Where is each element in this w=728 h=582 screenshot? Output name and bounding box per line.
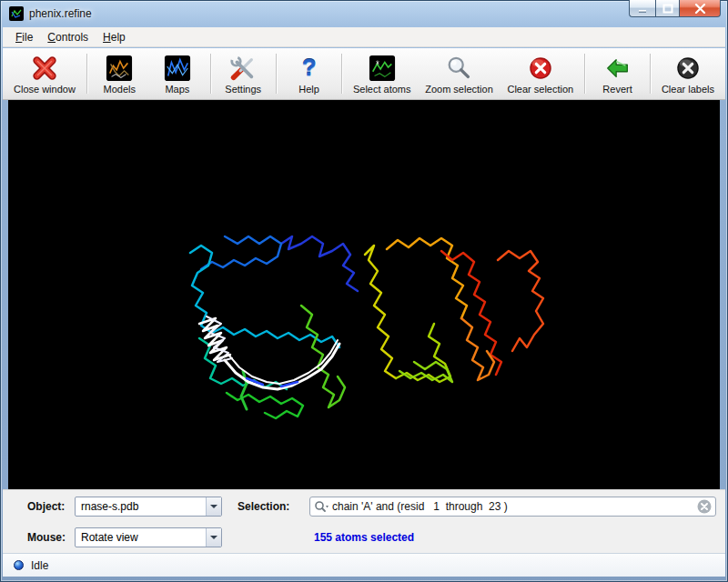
maps-icon xyxy=(164,54,191,83)
selection-label: Selection: xyxy=(238,500,289,513)
selection-input[interactable]: chain 'A' and (resid 1 through 23 ) xyxy=(309,497,716,517)
window-title: phenix.refine xyxy=(29,7,92,20)
toolbar-label: Maps xyxy=(165,84,189,95)
revert-icon xyxy=(604,54,632,83)
title-bar[interactable]: phenix.refine xyxy=(0,0,728,27)
window-controls xyxy=(629,0,721,17)
maximize-icon xyxy=(662,4,673,14)
toolbar-maps-button[interactable]: Maps xyxy=(152,52,203,96)
minimize-button[interactable] xyxy=(629,0,655,17)
toolbar-revert-button[interactable]: Revert xyxy=(592,52,643,96)
atoms-selected-text: 155 atoms selected xyxy=(314,531,414,544)
object-dropdown-arrow-icon[interactable] xyxy=(206,497,221,516)
maximize-button[interactable] xyxy=(655,0,680,17)
toolbar-separator xyxy=(276,54,277,94)
minimize-icon xyxy=(637,4,648,13)
toolbar-separator xyxy=(650,54,651,94)
toolbar-label: Zoom selection xyxy=(425,84,493,95)
toolbar-label: Settings xyxy=(225,84,261,95)
menu-help[interactable]: Help xyxy=(96,28,133,46)
toolbar: Close window Models Maps Settings ? xyxy=(3,48,725,100)
menu-bar: File Controls Help xyxy=(3,27,725,47)
toolbar-close-window-button[interactable]: Close window xyxy=(10,52,79,96)
toolbar-label: Clear labels xyxy=(662,84,714,95)
mouse-label: Mouse: xyxy=(27,531,66,544)
models-icon xyxy=(106,54,133,83)
toolbar-models-button[interactable]: Models xyxy=(94,52,145,96)
object-dropdown-value: rnase-s.pdb xyxy=(76,500,206,513)
toolbar-select-atoms-button[interactable]: Select atoms xyxy=(349,52,415,96)
toolbar-label: Clear selection xyxy=(507,84,573,95)
toolbar-label: Models xyxy=(103,84,135,95)
mouse-dropdown-value: Rotate view xyxy=(76,531,206,544)
toolbar-label: Revert xyxy=(602,84,632,95)
close-button[interactable] xyxy=(680,0,721,17)
toolbar-clear-selection-button[interactable]: Clear selection xyxy=(503,52,577,96)
toolbar-separator xyxy=(341,54,342,94)
molecule-viewport[interactable] xyxy=(8,100,720,489)
toolbar-clear-labels-button[interactable]: Clear labels xyxy=(658,52,718,96)
toolbar-help-button[interactable]: ? Help xyxy=(284,52,335,96)
close-icon xyxy=(694,4,706,14)
object-label: Object: xyxy=(27,500,65,513)
toolbar-settings-button[interactable]: Settings xyxy=(217,52,268,96)
help-icon: ? xyxy=(302,54,317,83)
toolbar-separator xyxy=(86,54,87,94)
toolbar-label: Close window xyxy=(14,84,76,95)
settings-icon xyxy=(229,54,257,83)
clear-field-icon[interactable] xyxy=(697,499,712,514)
select-atoms-icon xyxy=(369,54,396,83)
controls-panel: Object: rnase-s.pdb Selection: chain 'A'… xyxy=(3,489,725,553)
status-bar: Idle xyxy=(3,553,725,577)
zoom-selection-icon xyxy=(445,54,472,83)
menu-file[interactable]: File xyxy=(8,28,40,46)
clear-labels-icon xyxy=(674,54,702,83)
mouse-dropdown[interactable]: Rotate view xyxy=(75,527,222,547)
selection-value[interactable]: chain 'A' and (resid 1 through 23 ) xyxy=(332,500,693,513)
toolbar-label: Select atoms xyxy=(353,84,411,95)
toolbar-separator xyxy=(584,54,585,94)
menu-controls[interactable]: Controls xyxy=(40,28,96,46)
mouse-dropdown-arrow-icon[interactable] xyxy=(206,528,221,547)
object-dropdown[interactable]: rnase-s.pdb xyxy=(75,497,222,517)
toolbar-zoom-selection-button[interactable]: Zoom selection xyxy=(421,52,497,96)
toolbar-label: Help xyxy=(298,84,319,95)
clear-selection-icon xyxy=(527,54,554,83)
close-window-icon xyxy=(31,54,58,83)
toolbar-separator xyxy=(210,54,211,94)
molecule-svg xyxy=(8,100,720,489)
app-icon xyxy=(9,6,24,21)
status-text: Idle xyxy=(31,559,48,572)
search-icon[interactable] xyxy=(314,500,329,513)
status-led-icon xyxy=(14,560,24,570)
